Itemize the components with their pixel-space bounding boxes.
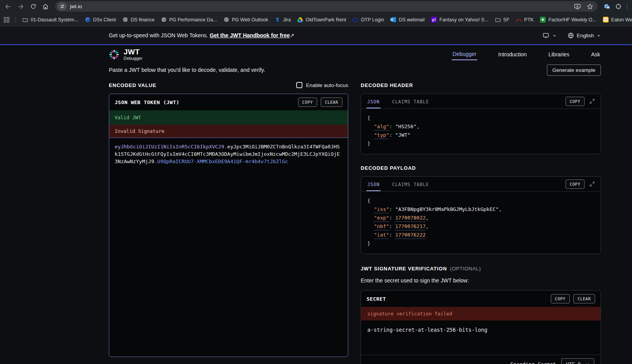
globe-icon [223, 17, 229, 23]
tab-claims-table[interactable]: CLAIMS TABLE [391, 94, 430, 108]
bookmark-item[interactable]: DS finance [122, 17, 154, 23]
token-separator: . [224, 144, 227, 150]
copy-jwt-button[interactable]: COPY [298, 98, 317, 107]
jwt-handbook-link[interactable]: Get the JWT Handbook for free [210, 32, 290, 38]
site-header: JWT Debugger Debugger Introduction Libra… [0, 45, 632, 64]
jwt-logo[interactable]: JWT Debugger [109, 48, 142, 61]
jwt-logo-icon [109, 49, 119, 60]
signature-verification-failed-banner: signature verification failed [361, 307, 601, 320]
eaton-webmail-icon: O [602, 17, 609, 23]
autofocus-checkbox[interactable] [296, 82, 302, 88]
chevron-down-icon [585, 362, 590, 364]
yahoo-fantasy-icon: y! [431, 17, 437, 23]
globe-icon [122, 17, 128, 23]
main-nav: Debugger Introduction Libraries Ask [452, 49, 601, 60]
bookmark-item[interactable]: SF [495, 17, 510, 23]
bookmark-item[interactable]: y! Fantasy on Yahoo! S... [431, 17, 489, 23]
bookmarks-separator [16, 17, 16, 23]
send-to-device-icon[interactable] [574, 3, 581, 10]
decoded-header-title: DECODED HEADER [361, 82, 413, 88]
clear-jwt-button[interactable]: CLEAR [321, 98, 342, 107]
tab-claims-table[interactable]: CLAIMS TABLE [391, 177, 430, 191]
site-title: JWT [124, 48, 142, 56]
encoding-format-label: Encoding Format [510, 361, 556, 364]
encoding-format-value: UTF-8 [566, 361, 581, 364]
bookmark-item[interactable]: DS webmail [390, 17, 425, 23]
theme-selector[interactable] [542, 32, 557, 39]
bookmark-item[interactable]: O Eaton Webmail [602, 17, 632, 23]
copy-payload-button[interactable]: COPY [566, 179, 585, 189]
nav-introduction[interactable]: Introduction [498, 49, 527, 60]
secret-input[interactable]: a-string-secret-at-least-256-bits-long [361, 320, 601, 355]
signature-verification-title: JWT SIGNATURE VERIFICATION [361, 266, 447, 272]
secret-card: SECRET COPY CLEAR signature verification… [361, 290, 601, 364]
jwt-io-page: Get up-to-speed with JSON Web Tokens. Ge… [0, 26, 632, 364]
bookmark-item[interactable]: Factor/HF Weekly O... [540, 17, 596, 23]
copy-secret-button[interactable]: COPY [551, 294, 570, 303]
forward-button[interactable] [15, 1, 26, 12]
jwt-token-input[interactable]: eyJhbGciOiJIUzI1NiIsInR5cCI6IkpXVCJ9.eyJ… [109, 138, 348, 357]
back-button[interactable] [2, 1, 14, 12]
decoded-payload-title: DECODED PAYLOAD [361, 165, 416, 171]
nav-libraries[interactable]: Libraries [548, 49, 570, 60]
encoding-format-select[interactable]: UTF-8 [561, 358, 594, 364]
language-label: English [577, 33, 594, 38]
optional-label: (OPTIONAL) [450, 266, 481, 272]
browser-toolbar: jwt.io [0, 0, 632, 13]
decoded-header-json: { "alg": "HS256", "typ": "JWT" } [361, 109, 601, 154]
token-header-part: eyJhbGciOiJIUzI1NiIsInR5cCI6IkpXVCJ9 [115, 144, 224, 150]
home-icon [42, 3, 49, 10]
folder-icon [495, 17, 501, 23]
decoded-header-card: JSON CLAIMS TABLE COPY { "alg": "HS256",… [361, 94, 601, 154]
bookmark-item[interactable]: PG Web Outlook [223, 17, 268, 23]
language-selector[interactable]: English [567, 32, 601, 39]
intro-text: Paste a JWT below that you'd like to dec… [109, 67, 265, 73]
forward-icon [17, 3, 24, 10]
folder-icon [22, 17, 28, 23]
otp-login-icon [352, 17, 358, 23]
bookmark-star-icon[interactable] [587, 3, 594, 10]
autofocus-control: Enable auto-focus [296, 82, 348, 88]
decoded-payload-card: JSON CLAIMS TABLE COPY { "iss": "A3FBNpg… [361, 176, 601, 254]
extension-colored-icon[interactable] [604, 3, 611, 10]
jwt-card-title: JSON WEB TOKEN (JWT) [115, 99, 180, 105]
site-settings-icon[interactable] [58, 2, 67, 10]
extensions-puzzle-icon[interactable] [615, 3, 622, 10]
tab-json[interactable]: JSON [367, 94, 381, 108]
globe-icon [567, 32, 574, 39]
decoded-payload-json: { "iss": "A3FBNpgBY3kr8MaPkBGJMyLbJtkGpk… [361, 192, 601, 254]
apps-grid-icon[interactable] [4, 17, 9, 23]
bookmark-item[interactable]: DSx Client [84, 17, 116, 23]
promo-text: Get up-to-speed with JSON Web Tokens. Ge… [109, 32, 294, 38]
invalid-signature-banner: Invalid Signature [109, 125, 348, 138]
tab-json[interactable]: JSON [367, 177, 381, 191]
bookmark-item[interactable]: PTK [516, 17, 534, 23]
encoded-jwt-card: JSON WEB TOKEN (JWT) COPY CLEAR Valid JW… [109, 94, 348, 357]
bookmarks-bar: 01-Dassault Systèm... DSx Client DS fina… [0, 13, 632, 26]
bookmark-item[interactable]: 01-Dassault Systèm... [22, 17, 78, 23]
chevron-down-icon [552, 33, 557, 38]
copy-header-button[interactable]: COPY [566, 97, 585, 106]
reload-icon [30, 3, 37, 10]
token-separator: . [154, 158, 157, 164]
nav-ask[interactable]: Ask [590, 49, 601, 60]
nav-debugger[interactable]: Debugger [452, 49, 477, 60]
secret-card-title: SECRET [367, 296, 386, 302]
reload-button[interactable] [27, 1, 39, 12]
bookmark-item[interactable]: Jira [274, 17, 291, 23]
display-icon [542, 32, 550, 39]
expand-icon[interactable] [589, 98, 595, 104]
encoded-value-title: ENCODED VALUE [109, 82, 156, 88]
outlook-icon [390, 17, 396, 23]
expand-icon[interactable] [589, 181, 595, 187]
dsx-client-icon [84, 17, 91, 23]
generate-example-button[interactable]: Generate example [547, 64, 601, 76]
address-bar[interactable]: jwt.io [55, 1, 597, 12]
bookmark-item[interactable]: OTP Login [352, 17, 384, 23]
token-signature-part: U9QpRaICRUU7-XMMCbxEDE9A41QF-mr4b4v7tJbZ… [157, 158, 288, 164]
clear-secret-button[interactable]: CLEAR [573, 294, 595, 303]
drive-icon [297, 17, 303, 23]
bookmark-item[interactable]: OldTownPark Rent [297, 17, 346, 23]
home-button[interactable] [40, 1, 51, 12]
bookmark-item[interactable]: PG Performance Da... [161, 17, 217, 23]
